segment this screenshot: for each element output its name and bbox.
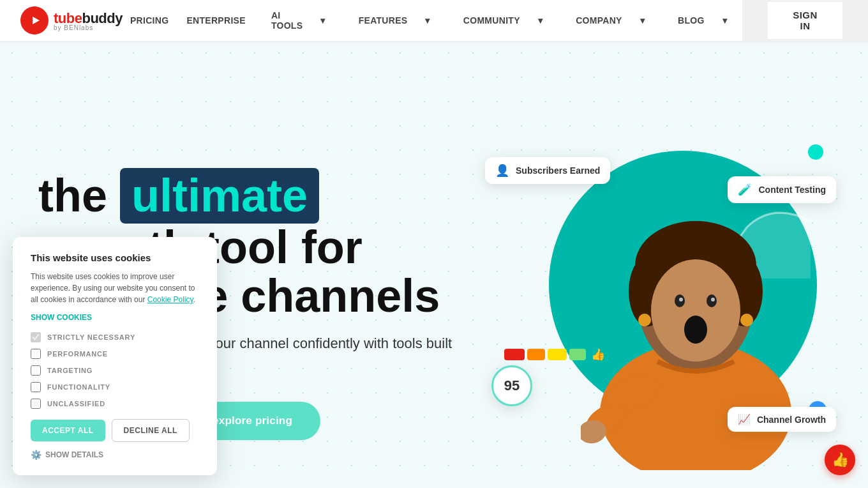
- cookie-check-functionality: FUNCTIONALITY: [31, 382, 199, 392]
- channel-growth-card: 📈 Channel Growth: [728, 407, 836, 432]
- logo-name: tubebuddy: [54, 10, 123, 26]
- score-value: 95: [504, 377, 520, 394]
- content-testing-label: Content Testing: [758, 185, 826, 195]
- svg-marker-0: [33, 17, 40, 24]
- svg-point-11: [684, 316, 707, 344]
- rating-orange: [527, 349, 545, 360]
- headline-the: the: [38, 170, 107, 221]
- svg-point-13: [740, 314, 753, 326]
- rating-yellow: [548, 349, 567, 360]
- cookie-buttons: ACCEPT ALL DECLINE ALL: [31, 419, 199, 442]
- checkbox-functionality[interactable]: [31, 382, 41, 392]
- rating-green: [569, 349, 586, 360]
- svg-point-6: [651, 259, 740, 362]
- checkbox-unclassified[interactable]: [31, 399, 41, 409]
- features-chevron: ▾: [417, 10, 437, 31]
- logo[interactable]: tubebuddy by BENlabs: [20, 6, 123, 34]
- accept-all-button[interactable]: ACCEPT ALL: [31, 420, 105, 441]
- feedback-button[interactable]: 👍: [825, 445, 855, 475]
- nav-pricing[interactable]: PRICING: [123, 10, 176, 31]
- nav-features[interactable]: FEATURES ▾: [343, 5, 445, 36]
- cookie-banner: This website uses cookies This website u…: [13, 237, 217, 475]
- channel-growth-label: Channel Growth: [757, 415, 826, 425]
- rating-bar-card: 👍: [504, 347, 605, 362]
- channel-growth-icon: 📈: [738, 413, 751, 425]
- content-testing-icon: 🧪: [738, 183, 752, 197]
- label-necessary: STRICTLY NECESSARY: [47, 333, 135, 341]
- cookie-check-targeting: TARGETING: [31, 365, 199, 376]
- nav-ai-tools[interactable]: AI TOOLS ▾: [256, 0, 341, 41]
- subscribers-label: Subscribers Earned: [516, 165, 600, 176]
- cookie-description: This website uses cookies to improve use…: [31, 271, 199, 305]
- cookie-check-performance: PERFORMANCE: [31, 349, 199, 359]
- navigation: tubebuddy by BENlabs PRICING ENTERPRISE …: [0, 0, 868, 41]
- decline-all-button[interactable]: DECLINE ALL: [112, 419, 190, 442]
- svg-point-10: [711, 298, 715, 301]
- label-targeting: TARGETING: [47, 367, 93, 374]
- nav-sign-in-section: SIGN IN: [742, 0, 868, 41]
- show-details-link[interactable]: ⚙️ SHOW DETAILS: [31, 450, 199, 460]
- nav-blog[interactable]: BLOG ▾: [662, 5, 742, 36]
- headline-ultimate: ultimate: [120, 168, 319, 224]
- deco-dot-1: [808, 144, 823, 160]
- nav-links: PRICING ENTERPRISE AI TOOLS ▾ FEATURES ▾…: [123, 0, 742, 41]
- nav-community[interactable]: COMMUNITY ▾: [448, 5, 558, 36]
- cookie-check-necessary: STRICTLY NECESSARY: [31, 332, 199, 342]
- show-details-label: SHOW DETAILS: [45, 450, 103, 459]
- ai-tools-chevron: ▾: [313, 10, 333, 31]
- score-card: 95: [491, 365, 532, 406]
- logo-text-group: tubebuddy by BENlabs: [54, 10, 123, 31]
- svg-point-12: [638, 314, 651, 326]
- hero-right: 👤 Subscribers Earned 🧪 Content Testing 👍…: [498, 138, 830, 470]
- nav-enterprise[interactable]: ENTERPRISE: [179, 10, 253, 31]
- logo-icon: [20, 6, 49, 34]
- label-performance: PERFORMANCE: [47, 350, 108, 358]
- cookie-title: This website uses cookies: [31, 252, 199, 263]
- checkbox-necessary[interactable]: [31, 332, 41, 342]
- gear-icon: ⚙️: [31, 450, 41, 460]
- label-unclassified: UNCLASSIFIED: [47, 400, 105, 408]
- nav-company[interactable]: COMPANY ▾: [560, 5, 660, 36]
- company-chevron: ▾: [632, 10, 652, 31]
- show-cookies-link[interactable]: SHOW COOKIES: [31, 313, 199, 322]
- cookie-check-unclassified: UNCLASSIFIED: [31, 399, 199, 409]
- sign-in-button[interactable]: SIGN IN: [768, 2, 842, 39]
- checkbox-performance[interactable]: [31, 349, 41, 359]
- checkbox-targeting[interactable]: [31, 365, 41, 376]
- content-testing-card: 🧪 Content Testing: [728, 176, 836, 203]
- svg-point-9: [679, 298, 683, 301]
- subscribers-icon: 👤: [495, 164, 509, 178]
- cookie-policy-link[interactable]: Cookie Policy: [147, 295, 193, 304]
- rating-thumb: 👍: [591, 347, 605, 362]
- community-chevron: ▾: [530, 10, 550, 31]
- thumbs-up-icon: 👍: [832, 452, 849, 468]
- rating-red: [504, 349, 525, 360]
- label-functionality: FUNCTIONALITY: [47, 383, 110, 391]
- blog-chevron: ▾: [715, 10, 735, 31]
- cookie-checkboxes: STRICTLY NECESSARY PERFORMANCE TARGETING…: [31, 332, 199, 409]
- subscribers-card: 👤 Subscribers Earned: [485, 157, 610, 184]
